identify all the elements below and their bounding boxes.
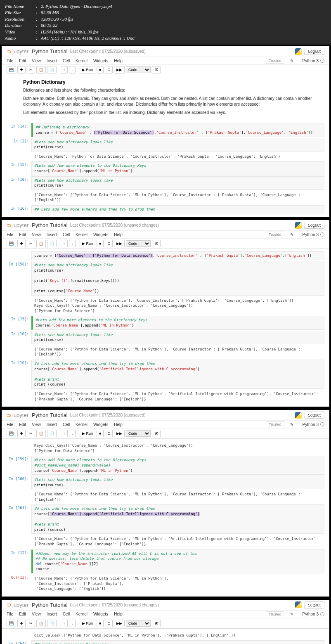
kernel-indicator[interactable]: Python 3 xyxy=(303,232,324,237)
move-up-button[interactable]: ↑ xyxy=(61,240,68,247)
code-cell[interactable]: In [15]:#Lets add few more elements to t… xyxy=(7,316,324,329)
kernel-indicator[interactable]: Python 3 xyxy=(303,422,324,427)
restart-run-button[interactable]: ▶▶ xyxy=(114,66,125,73)
menu-view[interactable]: View xyxy=(32,612,41,616)
notebook-title[interactable]: Python Tutorial xyxy=(32,48,68,54)
code-cell[interactable]: In [15]:#Lets add few more elements to t… xyxy=(7,161,324,175)
menu-help[interactable]: Help xyxy=(114,422,123,427)
save-button[interactable]: 💾 xyxy=(7,430,16,437)
trusted-badge[interactable]: Trusted xyxy=(266,58,284,64)
add-cell-button[interactable]: ✚ xyxy=(17,240,26,247)
menu-kernel[interactable]: Kernel xyxy=(76,232,87,237)
run-button[interactable]: ▶ Run xyxy=(80,240,95,247)
add-cell-button[interactable]: ✚ xyxy=(17,430,26,437)
menu-kernel[interactable]: Kernel xyxy=(76,612,87,616)
restart-run-button[interactable]: ▶▶ xyxy=(114,620,125,627)
markdown-cell[interactable]: Python Dictionary Dictionaries and lists… xyxy=(7,78,324,120)
code-cell[interactable]: In [160]:#Lets see how dictionary looks … xyxy=(7,476,324,489)
cut-button[interactable]: ✂ xyxy=(27,66,35,73)
jupyter-logo[interactable]: ⊃jupyter xyxy=(7,601,28,608)
code-cell[interactable]: In [14]:## Defining a dictionarycourse =… xyxy=(7,123,324,137)
notebook-title[interactable]: Python Tutorial xyxy=(32,412,68,418)
jupyter-logo[interactable]: ⊃jupyter xyxy=(7,222,28,229)
paste-button[interactable]: 📄 xyxy=(47,240,57,247)
command-palette-button[interactable]: ⌘ xyxy=(152,620,161,627)
menu-insert[interactable]: Insert xyxy=(47,59,57,63)
run-button[interactable]: ▶ Run xyxy=(80,66,95,73)
menu-widgets[interactable]: Widgets xyxy=(93,59,108,63)
menu-widgets[interactable]: Widgets xyxy=(93,422,108,427)
cut-button[interactable]: ✂ xyxy=(27,240,35,247)
trusted-badge[interactable]: Trusted xyxy=(266,611,284,617)
jupyter-logo[interactable]: ⊃jupyter xyxy=(7,412,28,419)
menu-widgets[interactable]: Widgets xyxy=(93,232,108,237)
menu-widgets[interactable]: Widgets xyxy=(93,612,108,616)
code-cell[interactable]: In [161]:## Lets add few more elments an… xyxy=(7,504,324,534)
move-up-button[interactable]: ↑ xyxy=(61,66,68,73)
command-palette-button[interactable]: ⌘ xyxy=(152,240,161,247)
stop-button[interactable]: ■ xyxy=(97,430,104,437)
trusted-badge[interactable]: Trusted xyxy=(266,421,284,427)
code-cell[interactable]: In [10]:#Lets see how dictionary looks l… xyxy=(7,331,324,344)
menu-file[interactable]: File xyxy=(7,422,13,427)
copy-button[interactable]: 📋 xyxy=(36,430,46,437)
paste-button[interactable]: 📄 xyxy=(47,430,57,437)
menu-edit[interactable]: Edit xyxy=(19,422,26,427)
code-cell[interactable]: In [158]:#Lets see how dictionary looks … xyxy=(7,261,324,296)
menu-help[interactable]: Help xyxy=(114,59,123,63)
copy-button[interactable]: 📋 xyxy=(36,66,46,73)
cut-button[interactable]: ✂ xyxy=(27,620,35,627)
move-down-button[interactable]: ↓ xyxy=(69,430,76,437)
paste-button[interactable]: 📄 xyxy=(47,620,57,627)
restart-button[interactable]: C xyxy=(105,430,113,437)
edit-icon[interactable]: ✎ xyxy=(290,422,293,427)
move-down-button[interactable]: ↓ xyxy=(69,240,76,247)
menu-insert[interactable]: Insert xyxy=(47,232,57,237)
code-cell[interactable]: In [16]:## Lets add few more elments and… xyxy=(7,360,324,389)
kernel-indicator[interactable]: Python 3 xyxy=(303,59,324,63)
menu-view[interactable]: View xyxy=(32,422,41,427)
menu-file[interactable]: File xyxy=(7,612,13,616)
menu-edit[interactable]: Edit xyxy=(19,59,26,63)
edit-icon[interactable]: ✎ xyxy=(290,59,293,63)
command-palette-button[interactable]: ⌘ xyxy=(152,430,161,437)
code-cell[interactable]: In [2]:#Lets see how dictionary looks li… xyxy=(7,138,324,152)
menu-help[interactable]: Help xyxy=(114,232,123,237)
celltype-select[interactable]: Code xyxy=(126,620,151,627)
notebook-title[interactable]: Python Tutorial xyxy=(32,222,68,228)
restart-button[interactable]: C xyxy=(105,240,113,247)
move-up-button[interactable]: ↑ xyxy=(61,620,68,627)
copy-button[interactable]: 📋 xyxy=(36,240,46,247)
code-cell[interactable]: In [12]:##Oops, now may be the instructo… xyxy=(7,549,324,573)
move-up-button[interactable]: ↑ xyxy=(61,430,68,437)
menu-insert[interactable]: Insert xyxy=(47,612,57,616)
command-palette-button[interactable]: ⌘ xyxy=(152,66,161,73)
code-cell[interactable]: course = {'Course_Name' : ['Python for D… xyxy=(7,251,324,260)
restart-run-button[interactable]: ▶▶ xyxy=(114,430,125,437)
code-cell[interactable]: In [16]:## Lets add few more elments and… xyxy=(7,205,324,214)
jupyter-logo[interactable]: ⊃jupyter xyxy=(7,48,28,55)
code-cell[interactable]: In [164]:##Creating a Temporary Dictiona… xyxy=(7,640,324,644)
menu-kernel[interactable]: Kernel xyxy=(76,422,87,427)
code-cell[interactable]: In [159]:#Lets add few more elements to … xyxy=(7,456,324,475)
restart-run-button[interactable]: ▶▶ xyxy=(114,240,125,247)
menu-cell[interactable]: Cell xyxy=(63,422,70,427)
menu-cell[interactable]: Cell xyxy=(63,612,70,616)
menu-file[interactable]: File xyxy=(7,59,13,63)
celltype-select[interactable]: Code xyxy=(126,240,151,247)
notebook-title[interactable]: Python Tutorial xyxy=(32,602,68,608)
stop-button[interactable]: ■ xyxy=(97,620,104,627)
menu-kernel[interactable]: Kernel xyxy=(76,59,87,63)
edit-icon[interactable]: ✎ xyxy=(290,612,293,616)
menu-file[interactable]: File xyxy=(7,232,13,237)
move-down-button[interactable]: ↓ xyxy=(69,66,76,73)
add-cell-button[interactable]: ✚ xyxy=(17,66,26,73)
run-button[interactable]: ▶ Run xyxy=(80,620,95,627)
menu-edit[interactable]: Edit xyxy=(19,232,26,237)
menu-view[interactable]: View xyxy=(32,232,41,237)
copy-button[interactable]: 📋 xyxy=(36,620,46,627)
stop-button[interactable]: ■ xyxy=(97,240,104,247)
edit-icon[interactable]: ✎ xyxy=(290,232,293,237)
paste-button[interactable]: 📄 xyxy=(47,66,57,73)
add-cell-button[interactable]: ✚ xyxy=(17,620,26,627)
